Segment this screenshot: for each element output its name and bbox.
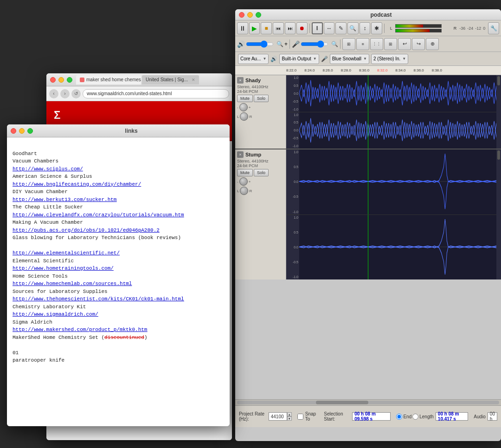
skip-start-button[interactable]: ⏮ [273, 22, 284, 34]
ibeam-tool[interactable]: I [312, 22, 323, 34]
aud-close-button[interactable] [239, 12, 244, 18]
track-shady-controls: × Shady Stereo, 44100Hz24-bit PCM Mute S… [235, 75, 286, 149]
mute-button[interactable]: Mute [237, 95, 253, 102]
link[interactable]: http://www.homechemlab.com/sources.html [13, 281, 132, 286]
channels-select[interactable]: 2 (Stereo) In. ▼ [371, 54, 408, 64]
snap-to-checkbox[interactable] [297, 414, 303, 420]
back-button[interactable]: ‹ [49, 89, 58, 98]
editor-minimize-button[interactable] [19, 128, 25, 134]
editor-line: Chemistry Laboratory Kit [13, 303, 224, 311]
length-radio[interactable] [412, 414, 418, 420]
stump-y--1.0-top: -1.0 [287, 210, 298, 214]
project-rate-spinner[interactable]: ▲ ▼ [287, 412, 292, 421]
horizontal-scrollbar[interactable] [235, 399, 501, 406]
link[interactable]: http://www.elementalscientific.net/ [13, 250, 120, 256]
link[interactable]: http://www.berkut13.com/sucker.htm [13, 197, 116, 202]
editor-line: DIY Vacuum Chamber [13, 188, 224, 196]
stump-gain-knob[interactable] [239, 177, 248, 186]
aud-maximize-button[interactable] [256, 12, 261, 18]
track-close-button[interactable]: × [237, 77, 244, 84]
reload-button[interactable]: ↺ [71, 89, 81, 98]
tab1-favicon [80, 78, 84, 82]
scale-36: -36 [459, 26, 465, 31]
editor-content[interactable]: Goodhart Vacuum Chambers http://www.scip… [7, 137, 230, 426]
gain-knob[interactable] [239, 103, 248, 111]
stop-button[interactable]: ■ [261, 22, 272, 34]
output-api-label: Core Au... [240, 56, 261, 61]
output-api-select[interactable]: Core Au... ▼ [238, 54, 269, 64]
link[interactable]: http://www.sciplus.com/ [13, 166, 83, 172]
input-device-select[interactable]: Blue Snowball ▼ [330, 54, 369, 64]
link[interactable]: http://www.bnglifecasting.com/diy/chambe… [13, 182, 141, 187]
maximize-button[interactable] [67, 77, 72, 83]
draw-tool[interactable]: ✎ [335, 22, 347, 34]
scroll-thumb [316, 401, 368, 404]
toolbar-separator2 [384, 24, 385, 33]
pan-knob[interactable] [240, 112, 248, 121]
stump-mute-button[interactable]: Mute [237, 169, 253, 176]
selection-end-value[interactable]: 00 h 08 m 10.417 s [436, 412, 468, 421]
browser-tab-2[interactable]: United States | Sig... ✕ [142, 75, 199, 84]
tl-mark-9: 8:38.0 [432, 68, 450, 72]
skip-end-button[interactable]: ⏭ [285, 22, 296, 34]
stump-y-1.0-top: 1.0 [287, 150, 298, 154]
editor-title: links [37, 128, 226, 134]
extra-tool5[interactable]: ⊕ [426, 38, 439, 50]
track1-vscroll[interactable] [496, 75, 501, 149]
select-arrow3: ▼ [363, 57, 367, 61]
editor-line: 01 [13, 349, 224, 357]
editor-line: Elemental Scientific [13, 257, 224, 265]
project-rate-input[interactable]: 44100 [269, 412, 287, 421]
play-button[interactable]: ▶ [249, 22, 260, 34]
output-device-select[interactable]: Built-in Output ▼ [279, 54, 319, 64]
browser-tab-1[interactable]: maker shed home chemes... ✕ [76, 75, 141, 84]
audio-value[interactable]: 00 h [488, 412, 497, 421]
track-stump-close[interactable]: × [237, 151, 244, 158]
track2-vscroll[interactable] [496, 149, 501, 279]
zoom-tool[interactable]: 🔍 [347, 22, 359, 34]
extra-tool1[interactable]: ⊞ [342, 38, 355, 50]
stump-pan-L: L [237, 189, 239, 193]
tab2-close[interactable]: ✕ [192, 78, 195, 82]
track-shady-waveform: 1.0 0.5 0.0 -0.5 -1.0 [286, 75, 501, 149]
stump-pan-knob[interactable] [240, 187, 248, 195]
rate-up-arrow[interactable]: ▲ [287, 412, 292, 416]
pause-button[interactable]: ⏸ [237, 22, 248, 34]
undo-button[interactable]: ↩ [398, 38, 411, 50]
end-radio[interactable] [396, 414, 402, 420]
minimize-button[interactable] [58, 77, 64, 83]
selection-start-value[interactable]: 00 h 08 m 09.598 s [352, 412, 391, 421]
link[interactable]: http://www.makershed.com/product_p/mktk0… [13, 327, 147, 332]
mixer-button[interactable]: 🔧 [488, 22, 499, 34]
close-button[interactable] [50, 77, 56, 83]
extra-tool2[interactable]: ≡ [356, 38, 369, 50]
solo-button[interactable]: Solo [254, 95, 269, 102]
tl-mark-4: 8:28.0 [341, 68, 359, 72]
track-top-channel: 1.0 0.5 0.0 -0.5 -1.0 [286, 75, 501, 112]
select-arrow: ▼ [263, 57, 266, 61]
link[interactable]: http://www.thehomescientist.com/kits/CK0… [13, 296, 184, 302]
editor-maximize-button[interactable] [27, 128, 33, 134]
extra-tool4[interactable]: ⊞ [384, 38, 397, 50]
record-button[interactable]: ⏺ [296, 22, 308, 34]
multi-tool[interactable]: ✱ [371, 22, 382, 34]
redo-button[interactable]: ↪ [412, 38, 425, 50]
link[interactable]: http://www.clevelandfx.com/crazylou/tuto… [13, 212, 184, 218]
link[interactable]: http://www.hometrainingtools.com/ [13, 266, 114, 271]
rate-down-arrow[interactable]: ▼ [287, 416, 292, 421]
aud-minimize-button[interactable] [247, 12, 253, 18]
output-volume-slider[interactable] [246, 41, 274, 47]
input-volume-slider[interactable] [301, 41, 328, 47]
url-bar[interactable]: www.sigmaaldrich.com/united-states.html [83, 89, 229, 98]
stump-y-0.0-top: 0.0 [287, 180, 298, 183]
stump-gain-plus: + [249, 180, 251, 184]
forward-button[interactable]: › [60, 89, 70, 98]
selection-tool[interactable]: ↔ [324, 22, 335, 34]
link[interactable]: http://www.sigmaaldrich.com/ [13, 312, 98, 317]
editor-traffic-lights [11, 128, 33, 134]
extra-tool3[interactable]: ⋮⋮ [370, 38, 383, 50]
stump-solo-button[interactable]: Solo [254, 169, 269, 176]
editor-close-button[interactable] [11, 128, 16, 134]
timeshift-tool[interactable]: ↕ [360, 22, 371, 34]
link[interactable]: http://pubs.acs.org/doi/obs/10.1021/ed04… [13, 227, 160, 233]
